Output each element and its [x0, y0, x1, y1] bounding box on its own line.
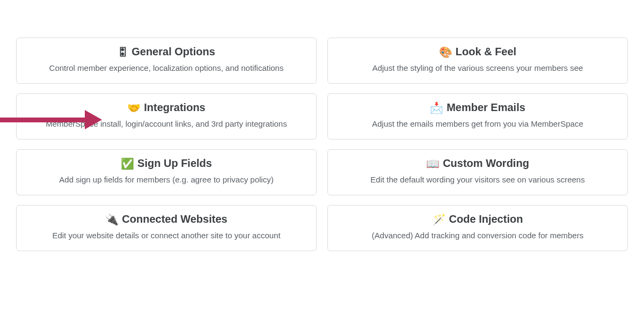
card-title-text: Look & Feel	[456, 46, 516, 58]
card-connected-websites[interactable]: 🔌 Connected Websites Edit your website d…	[16, 205, 317, 251]
card-desc: (Advanced) Add tracking and conversion c…	[338, 230, 618, 241]
book-icon: 📖	[426, 158, 440, 169]
envelope-icon: 📩	[430, 103, 443, 113]
card-title-text: General Options	[131, 46, 215, 58]
card-desc: Adjust the emails members get from you v…	[338, 118, 618, 129]
card-title-text: Member Emails	[447, 101, 525, 114]
card-sign-up-fields[interactable]: ✅ Sign Up Fields Add sign up fields for …	[16, 149, 317, 195]
checkmark-icon: ✅	[121, 158, 134, 169]
controls-icon: 🎛	[118, 47, 128, 57]
card-desc: Adjust the styling of the various screen…	[338, 62, 618, 74]
card-desc: Edit the default wording your visitors s…	[338, 174, 618, 185]
card-custom-wording[interactable]: 📖 Custom Wording Edit the default wordin…	[327, 149, 628, 195]
card-desc: MemberSpace install, login/account links…	[26, 118, 306, 129]
card-title-text: Custom Wording	[443, 157, 529, 170]
card-desc: Control member experience, localization …	[26, 62, 306, 74]
handshake-icon: 🤝	[127, 103, 141, 113]
plug-icon: 🔌	[105, 214, 119, 225]
card-integrations[interactable]: 🤝 Integrations MemberSpace install, logi…	[16, 93, 317, 140]
card-desc: Edit your website details or connect ano…	[26, 230, 306, 241]
card-general-options[interactable]: 🎛 General Options Control member experie…	[16, 38, 317, 84]
settings-grid: 🎛 General Options Control member experie…	[16, 38, 628, 251]
card-title-text: Sign Up Fields	[137, 157, 212, 170]
card-title-text: Integrations	[144, 101, 205, 114]
card-title-text: Connected Websites	[122, 213, 227, 225]
wand-icon: 🪄	[433, 214, 446, 225]
palette-icon: 🎨	[439, 47, 452, 57]
card-member-emails[interactable]: 📩 Member Emails Adjust the emails member…	[327, 93, 628, 140]
card-code-injection[interactable]: 🪄 Code Injection (Advanced) Add tracking…	[327, 205, 628, 251]
card-look-and-feel[interactable]: 🎨 Look & Feel Adjust the styling of the …	[327, 38, 628, 84]
card-desc: Add sign up fields for members (e.g. agr…	[26, 174, 306, 185]
card-title-text: Code Injection	[449, 213, 523, 225]
